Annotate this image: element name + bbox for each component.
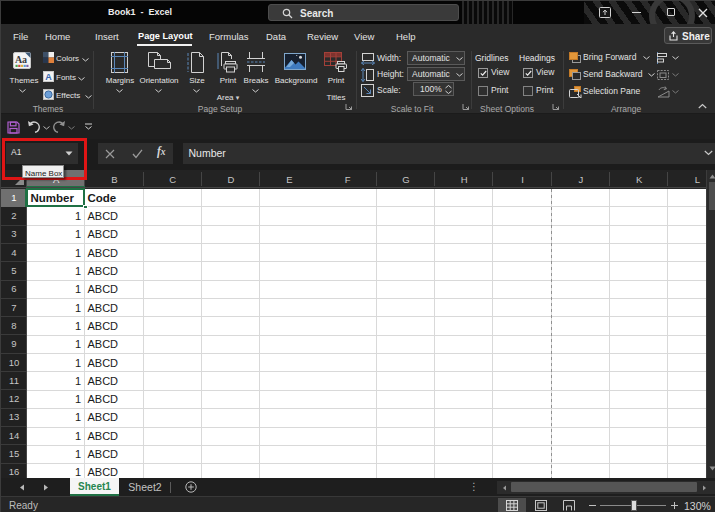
svg-text:Aa: Aa xyxy=(15,54,27,65)
svg-text:A: A xyxy=(45,72,52,82)
